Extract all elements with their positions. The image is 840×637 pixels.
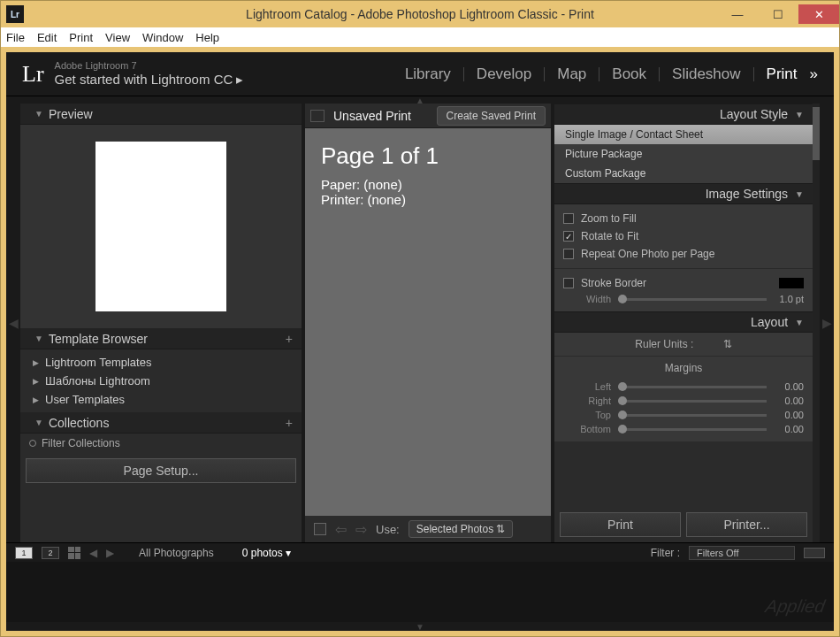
filter-collections-label: Filter Collections: [42, 437, 120, 449]
panel-handle-top[interactable]: ▲: [6, 96, 834, 104]
margin-right-slider[interactable]: [618, 400, 767, 403]
style-single-image[interactable]: Single Image / Contact Sheet: [554, 125, 813, 144]
module-slideshow[interactable]: Slideshow: [672, 65, 741, 83]
preview-panel-header[interactable]: ▼ Preview: [20, 104, 302, 125]
print-button[interactable]: Print: [560, 512, 681, 537]
filter-dot-icon: [29, 440, 36, 447]
printer-line: Printer: (none): [321, 192, 535, 207]
print-icon: [310, 110, 325, 122]
layout-header[interactable]: Layout ▼: [554, 311, 813, 333]
panel-handle-bottom[interactable]: ▼: [6, 622, 834, 631]
module-library[interactable]: Library: [405, 65, 451, 83]
preview-body: [20, 125, 302, 328]
margin-right-label: Right: [563, 395, 611, 406]
template-browser-title: Template Browser: [49, 332, 148, 346]
stroke-border-label: Stroke Border: [581, 277, 646, 289]
style-custom-package[interactable]: Custom Package: [554, 164, 813, 183]
maximize-button[interactable]: ☐: [758, 4, 798, 24]
module-more-icon[interactable]: »: [810, 65, 818, 83]
menu-view[interactable]: View: [105, 31, 130, 44]
source-label[interactable]: All Photographs: [139, 547, 214, 559]
panel-handle-left[interactable]: ◀: [6, 104, 20, 542]
tagline-small: Adobe Lightroom 7: [55, 60, 244, 72]
module-map[interactable]: Map: [557, 65, 586, 83]
tagline-main[interactable]: Get started with Lightroom CC ▸: [55, 72, 244, 88]
nav-forward-button[interactable]: ▶: [106, 547, 114, 559]
paper-line: Paper: (none): [321, 177, 535, 192]
nav-back-button[interactable]: ◀: [89, 547, 97, 559]
template-folder-user[interactable]: User Templates: [20, 390, 302, 409]
template-browser-header[interactable]: ▼ Template Browser +: [20, 328, 302, 349]
layout-style-header[interactable]: Layout Style ▼: [554, 104, 813, 125]
module-book[interactable]: Book: [612, 65, 646, 83]
filter-switch[interactable]: [804, 548, 825, 558]
add-template-button[interactable]: +: [286, 332, 293, 346]
image-settings-header[interactable]: Image Settings ▼: [554, 183, 813, 204]
rotate-to-fit-checkbox[interactable]: ✓: [563, 231, 574, 242]
right-panel-scrollbar[interactable]: [813, 104, 820, 542]
menu-window[interactable]: Window: [142, 31, 183, 44]
zoom-to-fill-checkbox[interactable]: [563, 213, 574, 224]
margin-left-label: Left: [563, 381, 611, 392]
filter-label: Filter :: [651, 547, 680, 559]
repeat-one-label: Repeat One Photo per Page: [581, 248, 714, 260]
panel-handle-right[interactable]: ▶: [820, 104, 834, 542]
module-print[interactable]: Print: [767, 65, 798, 83]
view-mode-2[interactable]: 2: [42, 547, 59, 559]
collections-title: Collections: [49, 416, 109, 430]
chevron-down-icon: ▼: [34, 418, 43, 427]
margin-top-value: 0.00: [774, 410, 804, 420]
page-setup-button[interactable]: Page Setup...: [26, 458, 296, 483]
unsaved-print-label: Unsaved Print: [333, 109, 411, 123]
chevron-down-icon: ▼: [795, 189, 804, 199]
create-saved-print-button[interactable]: Create Saved Print: [437, 106, 546, 126]
filter-collections-row[interactable]: Filter Collections: [20, 434, 302, 453]
module-header: Lr Adobe Lightroom 7 Get started with Li…: [6, 52, 834, 96]
repeat-one-checkbox[interactable]: [563, 249, 574, 259]
chevron-down-icon: ▼: [795, 110, 804, 119]
use-select[interactable]: Selected Photos ⇅: [409, 520, 514, 538]
select-all-checkbox[interactable]: [314, 523, 326, 535]
chevron-down-icon: ▼: [34, 334, 43, 343]
stroke-border-checkbox[interactable]: [563, 278, 574, 288]
margin-right-value: 0.00: [774, 395, 804, 406]
watermark: Applied: [764, 596, 827, 617]
template-folder-lightroom[interactable]: Lightroom Templates: [20, 353, 302, 372]
minimize-button[interactable]: —: [717, 4, 758, 24]
margin-bottom-label: Bottom: [563, 424, 611, 434]
menu-edit[interactable]: Edit: [37, 31, 57, 44]
template-folder-ru[interactable]: Шаблоны Lightroom: [20, 372, 302, 390]
stroke-width-value: 1.0 pt: [774, 294, 804, 304]
rotate-to-fit-label: Rotate to Fit: [581, 230, 638, 242]
layout-style-title: Layout Style: [720, 107, 788, 121]
style-picture-package[interactable]: Picture Package: [554, 144, 813, 164]
stroke-width-slider[interactable]: [618, 298, 767, 301]
margin-left-slider[interactable]: [618, 386, 767, 388]
module-develop[interactable]: Develop: [477, 65, 531, 83]
prev-page-button[interactable]: ⇦: [335, 521, 347, 538]
menu-help[interactable]: Help: [195, 31, 219, 44]
add-collection-button[interactable]: +: [286, 416, 293, 430]
margins-title: Margins: [554, 357, 813, 380]
stroke-color-swatch[interactable]: [779, 278, 804, 288]
layout-title: Layout: [751, 315, 788, 329]
printer-button[interactable]: Printer...: [686, 512, 807, 537]
collections-header[interactable]: ▼ Collections +: [20, 412, 302, 434]
next-page-button[interactable]: ⇨: [355, 521, 367, 538]
menu-file[interactable]: File: [6, 31, 25, 44]
filter-select[interactable]: Filters Off: [689, 546, 795, 560]
print-canvas: Page 1 of 1 Paper: (none) Printer: (none…: [305, 128, 551, 516]
preview-paper: [95, 142, 226, 311]
page-heading: Page 1 of 1: [321, 142, 535, 170]
grid-view-icon[interactable]: [68, 547, 80, 559]
close-button[interactable]: ✕: [798, 4, 839, 24]
margin-top-label: Top: [563, 410, 611, 420]
view-mode-1[interactable]: 1: [15, 547, 33, 559]
margin-top-slider[interactable]: [618, 414, 767, 417]
margin-bottom-slider[interactable]: [618, 428, 767, 431]
filmstrip[interactable]: Applied: [6, 562, 834, 622]
ruler-units-select[interactable]: Ruler Units : ⇅: [554, 333, 813, 357]
photo-count[interactable]: 0 photos ▾: [242, 547, 291, 559]
menu-print[interactable]: Print: [69, 31, 93, 44]
lr-logo: Lr: [22, 61, 44, 88]
